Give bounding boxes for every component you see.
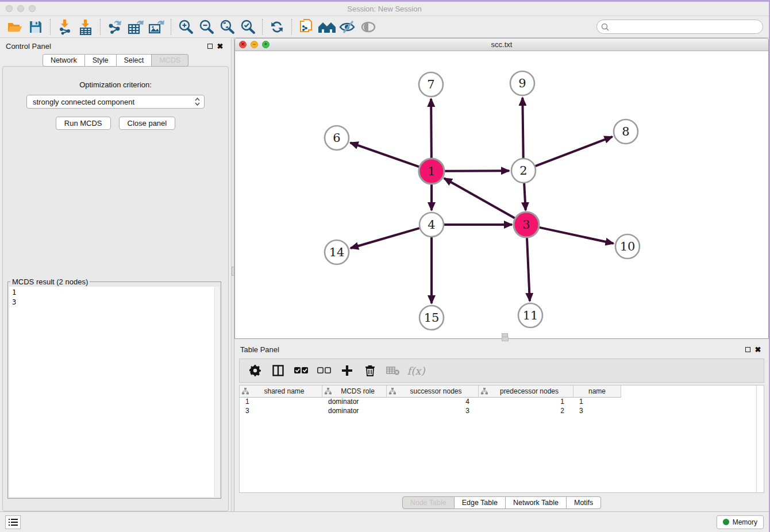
node-1[interactable]: 1 [419, 159, 444, 184]
table-tab-edge-table[interactable]: Edge Table [455, 496, 506, 509]
table-tab-motifs[interactable]: Motifs [567, 496, 601, 509]
edge-2-9[interactable] [522, 98, 523, 158]
table-tab-network-table[interactable]: Network Table [506, 496, 567, 509]
control-panel-float-button[interactable] [205, 41, 215, 51]
export-image-button[interactable] [146, 18, 167, 36]
splitter-grip[interactable] [232, 267, 234, 276]
search-input[interactable] [611, 21, 763, 33]
edge-2-8[interactable] [536, 137, 613, 166]
table-row[interactable]: 3dominator323 [240, 407, 764, 416]
table-tab-node-table[interactable]: Node Table [402, 496, 455, 509]
toolbar-separator [171, 19, 171, 35]
tab-mcds[interactable]: MCDS [152, 54, 188, 67]
node-4[interactable]: 4 [419, 213, 444, 237]
node-8[interactable]: 8 [614, 119, 638, 144]
result-scrollbar[interactable] [214, 287, 220, 497]
tab-select[interactable]: Select [117, 54, 152, 67]
table-cell[interactable]: 3 [387, 407, 479, 416]
node-14[interactable]: 14 [325, 240, 349, 264]
edge-3-11[interactable] [527, 237, 530, 301]
edge-4-14[interactable] [351, 228, 419, 248]
control-panel-close-button[interactable]: ✖ [215, 41, 225, 51]
zoom-fit-button[interactable] [217, 18, 237, 36]
table-row[interactable]: 1dominator411 [240, 398, 764, 407]
column-header-label: successor nodes [396, 387, 476, 395]
zoom-out-button[interactable] [196, 18, 217, 36]
column-header-mcds-role[interactable]: MCDS role [322, 385, 387, 398]
node-9[interactable]: 9 [510, 71, 534, 95]
search-icon [601, 23, 609, 31]
edge-2-3[interactable] [524, 183, 526, 210]
node-label: 10 [620, 240, 636, 253]
table-cell[interactable]: dominator [322, 407, 387, 416]
table-cell[interactable]: 1 [573, 398, 621, 407]
column-header-successor-nodes[interactable]: successor nodes [387, 385, 479, 398]
export-table-button[interactable] [125, 18, 146, 36]
network-canvas[interactable]: 1234678910111415 [235, 51, 768, 338]
show-panel-button[interactable] [358, 18, 379, 36]
column-header-shared-name[interactable]: shared name [240, 385, 322, 398]
add-column-button[interactable] [337, 361, 357, 380]
node-15[interactable]: 15 [419, 306, 444, 330]
node-label: 2 [519, 164, 527, 178]
node-label: 3 [522, 218, 530, 232]
table-settings-button[interactable] [245, 361, 265, 380]
horizontal-splitter[interactable] [234, 339, 769, 342]
table-cell[interactable]: 2 [479, 407, 573, 416]
table-cell[interactable]: 3 [240, 407, 322, 416]
table-scrollbar[interactable] [756, 385, 764, 492]
edge-1-2[interactable] [444, 171, 509, 171]
criterion-select[interactable]: strongly connected component [26, 95, 205, 109]
select-all-button[interactable] [291, 361, 311, 380]
table-cell[interactable]: 1 [479, 398, 573, 407]
table-cell[interactable]: dominator [322, 398, 387, 407]
refresh-icon [270, 20, 284, 34]
function-builder-button[interactable]: f(x) [406, 361, 426, 380]
attribute-icon [325, 388, 332, 395]
save-session-button[interactable] [25, 18, 46, 36]
refresh-button[interactable] [267, 18, 287, 36]
import-network-button[interactable] [55, 18, 75, 36]
node-6[interactable]: 6 [325, 126, 349, 150]
task-history-button[interactable] [5, 515, 21, 529]
table-cell[interactable]: 1 [240, 398, 322, 407]
edge-1-7[interactable] [431, 99, 432, 159]
node-11[interactable]: 11 [518, 303, 542, 327]
show-columns-button[interactable] [268, 361, 288, 380]
table-cell[interactable]: 3 [573, 407, 621, 416]
splitter-grip[interactable] [502, 337, 509, 341]
home-button[interactable] [317, 18, 337, 36]
close-panel-button[interactable]: Close panel [119, 117, 176, 130]
table-panel-float-button[interactable] [742, 344, 753, 354]
mcds-result-text[interactable]: 13 [9, 287, 220, 497]
tab-style[interactable]: Style [85, 54, 117, 67]
import-table-button[interactable] [75, 18, 96, 36]
table-panel-close-button[interactable]: ✖ [753, 344, 763, 354]
node-3[interactable]: 3 [514, 212, 539, 237]
clone-network-button[interactable] [296, 18, 317, 36]
zoom-in-button[interactable] [175, 18, 196, 36]
node-10[interactable]: 10 [615, 234, 640, 259]
edge-1-6[interactable] [351, 142, 420, 167]
edge-3-1[interactable] [444, 178, 515, 218]
vertical-splitter[interactable] [231, 38, 234, 511]
memory-button[interactable]: Memory [717, 515, 764, 529]
deselect-all-button[interactable] [314, 361, 334, 380]
node-7[interactable]: 7 [419, 72, 443, 97]
save-icon [29, 20, 43, 34]
node-2[interactable]: 2 [511, 159, 536, 183]
export-network-button[interactable] [105, 18, 125, 36]
run-mcds-button[interactable]: Run MCDS [56, 117, 111, 130]
table-cell[interactable]: 4 [387, 398, 479, 407]
edge-3-10[interactable] [539, 228, 614, 244]
delete-column-button[interactable] [360, 361, 380, 380]
open-folder-button[interactable] [5, 18, 25, 36]
control-panel-tabs: NetworkStyleSelectMCDS [0, 54, 231, 67]
delete-table-button[interactable] [383, 361, 403, 380]
search-field[interactable] [596, 20, 763, 34]
zoom-selected-button[interactable] [237, 18, 258, 36]
column-header-predecessor-nodes[interactable]: predecessor nodes [479, 385, 573, 398]
tab-network[interactable]: Network [43, 54, 85, 67]
column-header-name[interactable]: name [573, 385, 621, 398]
hide-panel-button[interactable] [337, 18, 358, 36]
